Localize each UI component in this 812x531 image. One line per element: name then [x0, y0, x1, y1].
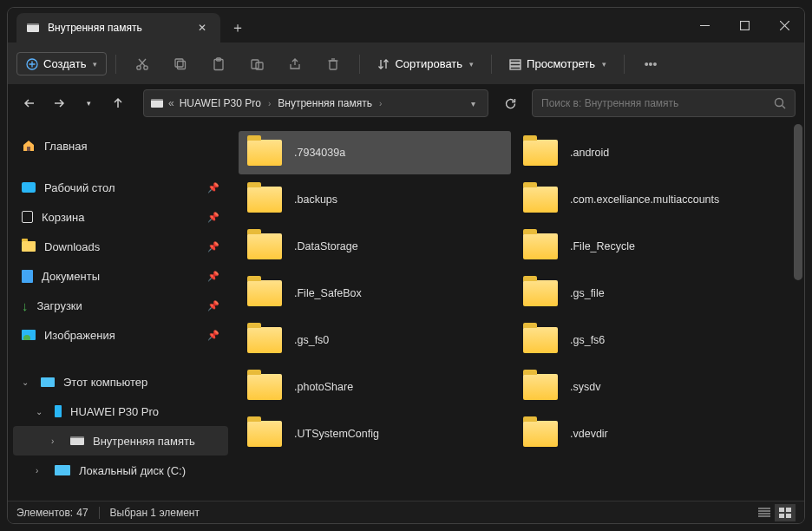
chevron-down-icon[interactable]: ⌄: [22, 377, 32, 387]
drive-icon: [151, 99, 163, 108]
sidebar-item-documents[interactable]: Документы📌: [13, 261, 228, 291]
pin-icon: 📌: [207, 182, 219, 193]
file-name: .photoShare: [294, 381, 353, 393]
chevron-right-icon[interactable]: ›: [51, 436, 62, 446]
close-window-button[interactable]: [764, 8, 804, 43]
pin-icon: 📌: [207, 300, 219, 311]
chevron-right-icon: ›: [379, 99, 382, 108]
svg-rect-32: [779, 508, 784, 512]
folder-icon: [247, 233, 282, 259]
sidebar-item-downloads[interactable]: Downloads📌: [13, 232, 228, 261]
sidebar-item-zagruzki[interactable]: ↓Загрузки📌: [13, 291, 228, 320]
disk-icon: [55, 465, 70, 475]
file-name: .UTSystemConfig: [294, 428, 379, 440]
sidebar-item-trash[interactable]: Корзина📌: [13, 202, 228, 232]
sidebar-label: HUAWEI P30 Pro: [70, 405, 159, 418]
sidebar: Главная Рабочий стол📌 Корзина📌 Downloads…: [8, 122, 233, 501]
minimize-button[interactable]: [684, 8, 724, 43]
folder-icon: [523, 233, 558, 259]
file-item[interactable]: .File_Recycle: [514, 225, 787, 268]
sort-button[interactable]: Сортировать ▾: [369, 52, 482, 75]
new-tab-button[interactable]: ＋: [220, 13, 255, 43]
breadcrumb-part[interactable]: Внутренняя память: [278, 97, 372, 109]
sidebar-item-phone[interactable]: ⌄HUAWEI P30 Pro: [13, 397, 228, 426]
scrollbar-thumb[interactable]: [794, 124, 802, 280]
sidebar-item-images[interactable]: Изображения📌: [13, 320, 228, 350]
rename-button[interactable]: [239, 49, 274, 80]
titlebar: Внутренняя память ✕ ＋: [8, 8, 804, 43]
file-name: .com.excelliance.multiaccounts: [570, 193, 719, 206]
svg-rect-35: [786, 514, 791, 518]
file-item[interactable]: .sysdv: [514, 365, 787, 409]
chevron-right-icon[interactable]: ›: [36, 466, 46, 475]
toolbar: Создать ▾ Сортировать ▾ Просмотреть ▾ ••…: [8, 43, 804, 84]
sidebar-label: Внутренняя память: [93, 435, 195, 448]
back-button[interactable]: [16, 89, 43, 117]
refresh-button[interactable]: [497, 89, 523, 117]
create-button[interactable]: Создать ▾: [16, 52, 107, 75]
status-elements-label: Элементов:: [16, 507, 73, 519]
cut-button[interactable]: [125, 49, 160, 80]
file-list: .7934039a.android.backups.com.excellianc…: [233, 122, 792, 501]
file-item[interactable]: .7934039a: [239, 131, 511, 174]
file-item[interactable]: .gs_fs0: [239, 318, 511, 362]
sidebar-item-home[interactable]: Главная: [13, 131, 228, 161]
pin-icon: 📌: [207, 212, 219, 223]
file-item[interactable]: .gs_fs6: [514, 318, 787, 362]
file-item[interactable]: .backups: [239, 178, 511, 221]
status-elements-count: 47: [76, 507, 88, 519]
share-button[interactable]: [278, 49, 312, 80]
folder-icon: [523, 280, 558, 306]
svg-rect-33: [786, 508, 791, 512]
breadcrumb-dropdown[interactable]: ▾: [466, 94, 481, 114]
view-details-button[interactable]: [754, 504, 775, 521]
file-item[interactable]: .vdevdir: [514, 412, 787, 456]
folder-icon: [247, 327, 282, 353]
more-button[interactable]: •••: [633, 49, 668, 80]
svg-rect-24: [510, 67, 521, 69]
svg-line-9: [140, 59, 146, 66]
file-name: .gs_file: [570, 287, 605, 299]
file-item[interactable]: .UTSystemConfig: [239, 412, 511, 456]
copy-button[interactable]: [163, 49, 198, 80]
maximize-button[interactable]: [724, 8, 764, 43]
up-button[interactable]: [105, 89, 131, 117]
sidebar-item-local-disk[interactable]: ›Локальный диск (C:): [13, 456, 228, 485]
file-name: .backups: [294, 193, 337, 206]
view-icons-button[interactable]: [775, 504, 796, 521]
image-icon: [22, 330, 36, 340]
scrollbar[interactable]: [792, 122, 804, 501]
file-name: .sysdv: [570, 381, 600, 393]
sidebar-item-desktop[interactable]: Рабочий стол📌: [13, 173, 228, 202]
trash-icon: [22, 211, 33, 223]
file-item[interactable]: .photoShare: [239, 365, 511, 409]
tab-internal-storage[interactable]: Внутренняя память ✕: [16, 13, 220, 43]
phone-icon: [55, 405, 62, 417]
file-item[interactable]: .gs_file: [514, 272, 787, 315]
chevron-down-icon[interactable]: ⌄: [36, 407, 46, 416]
close-tab-icon[interactable]: ✕: [194, 20, 210, 36]
sidebar-item-this-pc[interactable]: ⌄Этот компьютер: [13, 367, 228, 397]
file-item[interactable]: .android: [514, 131, 787, 174]
recent-button[interactable]: ▾: [75, 89, 102, 117]
svg-rect-12: [175, 59, 183, 67]
folder-icon: [523, 140, 558, 166]
view-button[interactable]: Просмотреть ▾: [501, 52, 615, 75]
file-item[interactable]: .com.excelliance.multiaccounts: [514, 178, 787, 221]
home-icon: [22, 139, 36, 153]
folder-icon: [247, 187, 282, 213]
search-input[interactable]: [541, 97, 767, 109]
breadcrumb[interactable]: « HUAWEI P30 Pro › Внутренняя память › ▾: [143, 89, 488, 117]
breadcrumb-part[interactable]: HUAWEI P30 Pro: [180, 97, 261, 109]
svg-line-26: [783, 106, 786, 109]
forward-button[interactable]: [46, 89, 72, 117]
view-label: Просмотреть: [527, 57, 595, 70]
search-box[interactable]: [532, 89, 796, 117]
file-item[interactable]: .DataStorage: [239, 225, 511, 268]
svg-point-25: [776, 99, 783, 107]
folder-icon: [247, 374, 282, 400]
sidebar-item-internal-storage[interactable]: ›Внутренняя память: [13, 426, 228, 456]
delete-button[interactable]: [316, 49, 350, 80]
paste-button[interactable]: [201, 49, 236, 80]
file-item[interactable]: .File_SafeBox: [239, 272, 511, 315]
